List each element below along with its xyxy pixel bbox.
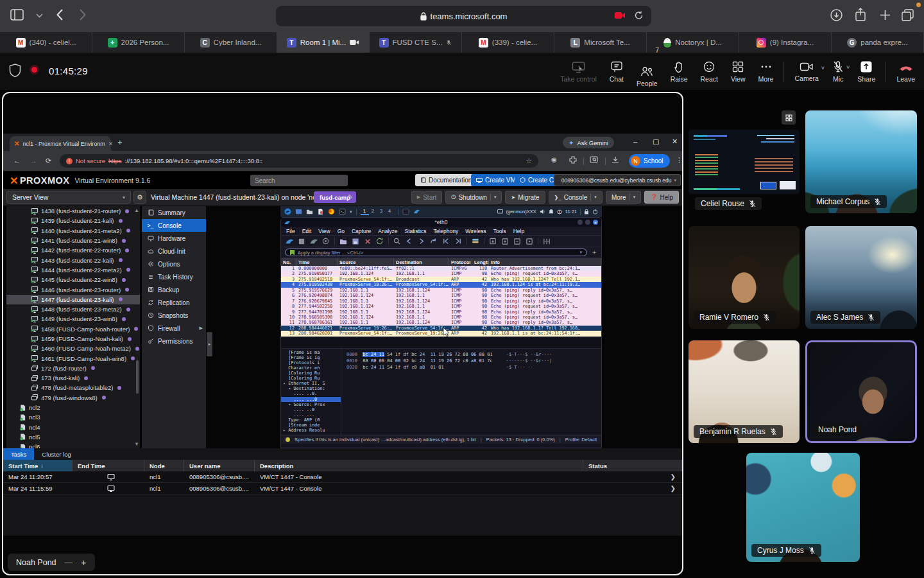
console-button[interactable]: ❯_Console▾: [549, 191, 603, 204]
help-button[interactable]: ❓Help: [644, 191, 679, 204]
tree-template-3[interactable]: 479 (fusd-windows8): [6, 393, 140, 403]
tree-node-2[interactable]: ncl4: [6, 423, 140, 432]
view-button[interactable]: View: [724, 60, 752, 83]
participant-tile-noah[interactable]: Noah Pond: [805, 340, 917, 443]
task-tab-tasks[interactable]: Tasks: [3, 448, 34, 460]
new-tab-button[interactable]: +: [117, 137, 123, 147]
menu-item-snapshots[interactable]: Snapshots: [142, 309, 206, 322]
chrome-menu-icon[interactable]: ⋮: [676, 156, 683, 164]
detail-line-0[interactable]: [Frame is ma: [281, 350, 341, 355]
sidebar-toggle-icon[interactable]: [10, 9, 24, 21]
task-col-status[interactable]: Status: [583, 460, 682, 471]
chrome-profile-button[interactable]: N School: [629, 154, 670, 168]
packet-row-8[interactable]: 8277.944502258192.168.1.124192.168.1.1IC…: [281, 304, 601, 309]
capture-options-icon[interactable]: [322, 238, 330, 245]
create-vm-button[interactable]: Create VM: [471, 174, 521, 186]
tree-vm-14[interactable]: 1460 (FUSD-Camp-Noah-meta2): [6, 344, 140, 353]
leave-button[interactable]: Leave: [890, 60, 921, 83]
detail-line-1[interactable]: [Frame is ig: [281, 355, 341, 360]
forward-button[interactable]: [80, 9, 86, 21]
ws-menu-analyze[interactable]: Analyze: [378, 228, 397, 234]
tree-node-4[interactable]: ncl6: [6, 442, 140, 448]
tree-vm-4[interactable]: 1442 (fusd-student-22-router): [6, 245, 140, 255]
ws-menu-help[interactable]: Help: [513, 228, 524, 234]
reload-capture-icon[interactable]: [376, 238, 384, 245]
passkey-icon[interactable]: ◉: [551, 156, 557, 163]
react-button[interactable]: React: [694, 60, 724, 83]
back-button[interactable]: [56, 9, 63, 21]
raise-button[interactable]: Raise: [664, 60, 694, 83]
chrome-back-icon[interactable]: ←: [13, 157, 21, 164]
chrome-tab[interactable]: ✕ ncl1 - Proxmox Virtual Environm ✕: [10, 136, 111, 151]
tree-vm-7[interactable]: 1445 (fusd-student-22-win8): [6, 275, 140, 285]
tree-node-1[interactable]: ncl3: [6, 412, 140, 422]
ws-menu-tools[interactable]: Tools: [493, 228, 506, 234]
safari-tab-9[interactable]: Gpanda expre...: [832, 32, 924, 53]
col-destination[interactable]: Destination: [394, 258, 449, 266]
server-view-select[interactable]: Server View▾: [6, 191, 131, 204]
safari-tab-2[interactable]: CCyber Inland...: [185, 32, 277, 53]
files-icon[interactable]: [295, 208, 302, 215]
power-icon[interactable]: [592, 209, 598, 215]
tree-vm-1[interactable]: 1439 (fusd-student-21-kali): [6, 216, 140, 225]
migrate-button[interactable]: ➤Migrate: [505, 191, 545, 204]
menu-item-console[interactable]: >_Console: [142, 219, 206, 232]
gallery-popout-button[interactable]: [782, 110, 796, 125]
col-length[interactable]: Length: [472, 258, 489, 266]
tree-template-1[interactable]: 173 (fusd-kali): [6, 373, 140, 383]
safari-tab-4[interactable]: TFUSD CTE S...: [370, 32, 462, 53]
tree-vm-13[interactable]: 1459 (FUSD-Camp-Noah-kali): [6, 334, 140, 344]
menu-item-backup[interactable]: Backup: [142, 283, 206, 296]
safari-tab-5[interactable]: M(339) - celie...: [462, 32, 554, 53]
chevron-down-icon[interactable]: ˅: [846, 64, 850, 71]
task-expand-icon[interactable]: ❯: [671, 485, 682, 492]
safari-tab-6[interactable]: LMicrosoft Te...: [554, 32, 647, 53]
resize-columns-icon[interactable]: [543, 238, 551, 245]
tab-group-chevron-icon[interactable]: [36, 13, 43, 18]
open-terminal-icon[interactable]: [402, 208, 409, 215]
capture-stop-icon[interactable]: [298, 238, 305, 245]
folder-icon[interactable]: [306, 208, 313, 215]
window-restore-button[interactable]: ▢: [653, 137, 659, 146]
hex-line-2[interactable]: 0020 bc 24 11 54 1f df c0 a8 01 01 ·$·T·…: [346, 364, 601, 371]
hex-line-1[interactable]: 0010 08 00 06 04 00 02 bc 24 11 19 26 72…: [346, 358, 601, 364]
chrome-reload-icon[interactable]: ⟳: [46, 157, 51, 165]
shutdown-button[interactable]: ⏻Shutdown▾: [445, 191, 502, 204]
chat-button[interactable]: Chat: [603, 60, 630, 83]
chrome-forward-icon[interactable]: →: [30, 157, 37, 164]
packet-row-7[interactable]: 7276.920679845192.168.1.1192.168.1.124IC…: [281, 299, 601, 304]
close-tab-icon[interactable]: ✕: [108, 141, 114, 147]
detail-line-8[interactable]: .... ..0.: [281, 391, 341, 396]
wireshark-taskbar-icon[interactable]: [413, 208, 420, 215]
tree-vm-15[interactable]: 1461 (FUSD-Camp-Noah-win8): [6, 353, 140, 363]
workspace-3[interactable]: 3: [377, 208, 386, 215]
chrome-address-bar[interactable]: ! Not secure https ://139.182.185.98/#v1…: [60, 154, 538, 168]
detail-line-2[interactable]: [Protocols i: [281, 360, 341, 365]
ws-menu-wireless[interactable]: Wireless: [465, 228, 486, 234]
more-button[interactable]: More▾: [606, 191, 641, 204]
go-last-icon[interactable]: [454, 238, 462, 245]
ask-gemini-button[interactable]: ✦ Ask Gemini: [563, 137, 614, 148]
packet-row-5[interactable]: 5275.919576629192.168.1.1192.168.1.124IC…: [281, 288, 601, 293]
safari-tab-1[interactable]: +2026 Person...: [92, 32, 185, 53]
tree-node-0[interactable]: ncl2: [6, 403, 140, 412]
packet-row-3[interactable]: 3275.919492518ProxmoxServe_54:1f:…Broadc…: [281, 277, 601, 282]
zoom-out-icon[interactable]: [513, 238, 521, 245]
task-col-node[interactable]: Node: [144, 460, 184, 471]
tree-template-2[interactable]: 478 (fusd-metasploitable2): [6, 383, 140, 392]
scroll-up-icon[interactable]: ▲: [134, 207, 139, 213]
task-tab-cluster-log[interactable]: Cluster log: [34, 448, 78, 460]
safari-tab-8[interactable]: (9) Instagra...: [739, 32, 832, 53]
filter-bookmark-icon[interactable]: [290, 250, 295, 256]
volume-icon[interactable]: [540, 209, 545, 215]
detail-line-7[interactable]: ▾ Destination:: [281, 386, 341, 391]
participant-tile-alec[interactable]: Alec S James: [805, 226, 917, 329]
chrome-download-icon[interactable]: [612, 156, 619, 164]
tree-vm-9[interactable]: 1447 (fusd-student-23-kali): [6, 295, 140, 304]
menu-item-permissions[interactable]: Permissions: [142, 335, 206, 347]
extensions-icon[interactable]: [569, 156, 577, 164]
edit-tag-icon[interactable]: ✎: [348, 193, 353, 200]
zoom-in-icon[interactable]: [501, 238, 509, 245]
detail-line-10[interactable]: ▾ Source: Prox: [281, 402, 341, 407]
menu-item-options[interactable]: Options: [142, 258, 206, 270]
